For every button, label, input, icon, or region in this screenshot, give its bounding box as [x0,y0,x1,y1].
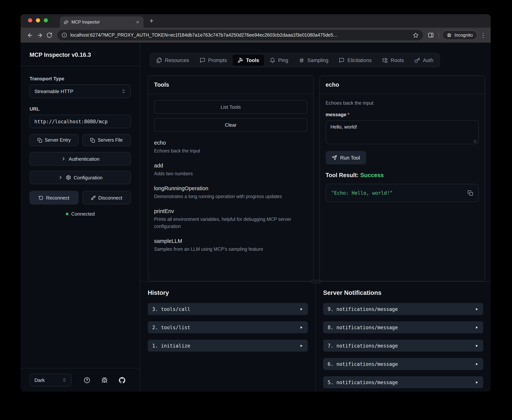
expand-play-icon[interactable] [475,325,479,329]
tab-label: Resources [165,57,189,63]
server-entry-button[interactable]: Server Entry [30,134,78,146]
authentication-toggle[interactable]: Authentication [30,152,131,165]
theme-select[interactable]: Dark [30,374,71,386]
tab-prompts[interactable]: Prompts [195,54,232,66]
bookmark-star-icon[interactable] [413,32,419,38]
history-item[interactable]: 3. tools/call [148,303,308,315]
back-button[interactable] [25,30,35,40]
bell-icon [270,57,275,63]
history-item[interactable]: 1. initialize [148,340,308,352]
sidebar-header: MCP Inspector v0.16.3 [21,43,140,66]
expand-play-icon[interactable] [475,344,479,348]
configuration-toggle[interactable]: Configuration [30,171,131,184]
tools-card-title: Tools [148,76,313,94]
browser-tab[interactable]: MCP Inspector × [60,16,144,28]
footer-icons [78,375,131,385]
reconnect-button[interactable]: Reconnect [30,191,78,204]
resources-icon [156,57,162,63]
authentication-label: Authentication [69,156,100,162]
servers-file-button[interactable]: Servers File [82,134,131,146]
configuration-label: Configuration [74,175,103,180]
param-input-wrap: Hello, world! [326,120,479,146]
reconnect-label: Reconnect [46,195,69,201]
result-text: "Echo: Hello, world!" [331,190,467,196]
sidebar-body: Transport Type Streamable HTTP URL Serve… [21,66,140,368]
tool-item-printenv[interactable]: printEnv Prints all environment variable… [154,208,307,230]
site-info-icon[interactable] [62,32,67,38]
tab-label: Sampling [307,57,329,63]
tab-elicitations[interactable]: Elicitations [334,54,376,66]
tab-title: MCP Inspector [71,20,132,24]
app-title: MCP Inspector v0.16.3 [30,52,131,58]
help-button[interactable] [82,375,92,385]
history-item[interactable]: 2. tools/list [148,321,308,333]
forward-icon [37,32,43,38]
transport-type-label: Transport Type [30,76,131,82]
rotate-ccw-icon [38,195,43,200]
new-tab-button[interactable]: + [147,16,156,26]
chevrons-up-down-icon [62,378,67,382]
expand-play-icon[interactable] [475,380,479,384]
run-tool-button[interactable]: Run Tool [326,151,366,165]
disconnect-button[interactable]: Disconnect [82,191,131,204]
tab-label: Prompts [208,57,227,63]
tool-item-samplellm[interactable]: sampleLLM Samples from an LLM using MCP'… [154,238,307,252]
tab-favicon [64,20,69,24]
reload-button[interactable] [45,30,54,40]
send-icon [332,155,337,160]
tab-close-icon[interactable]: × [135,19,140,25]
notification-item[interactable]: 6. notifications/message [323,358,483,370]
tab-tools[interactable]: Tools [233,54,264,66]
tab-resources[interactable]: Resources [152,54,194,66]
browser-menu-button[interactable]: ⋮ [480,32,486,39]
history-title: History [148,289,308,296]
transport-type-value: Streamable HTTP [34,88,73,94]
resize-handle[interactable] [474,140,477,143]
expand-play-icon[interactable] [299,344,303,348]
run-tool-label: Run Tool [340,155,360,160]
result-status: Success [360,172,384,178]
side-panel-button[interactable] [426,30,436,40]
incognito-badge: Incognito [442,30,477,40]
server-url-input[interactable] [30,115,131,128]
key-icon [414,57,420,63]
notification-item-label: 7. notifications/message [328,343,398,348]
tool-item-longrunningoperation[interactable]: longRunningOperation Demonstrates a long… [154,186,307,200]
expand-play-icon[interactable] [475,307,479,311]
maximize-window-button[interactable] [44,18,48,22]
expand-play-icon[interactable] [299,325,303,329]
pane-resize-handle[interactable] [311,280,320,283]
window-controls [28,14,48,28]
tool-name: longRunningOperation [154,186,307,192]
address-bar[interactable]: localhost:6274/?MCP_PROXY_AUTH_TOKEN=ec1… [57,30,423,40]
list-tools-button[interactable]: List Tools [154,100,307,114]
notification-item[interactable]: 8. notifications/message [323,321,483,333]
expand-play-icon[interactable] [475,362,479,366]
forward-button[interactable] [35,30,45,40]
expand-play-icon[interactable] [299,307,303,311]
url-text[interactable]: localhost:6274/?MCP_PROXY_AUTH_TOKEN=ec1… [70,32,410,38]
tool-name: printEnv [154,208,307,214]
minimize-window-button[interactable] [36,18,40,22]
debug-button[interactable] [100,375,109,385]
clear-tools-button[interactable]: Clear [154,118,307,132]
github-button[interactable] [117,375,127,385]
side-panel-icon [428,32,434,38]
copy-result-button[interactable] [467,190,473,196]
notification-item[interactable]: 5. notifications/message [323,376,483,388]
notification-item[interactable]: 9. notifications/message [323,303,483,315]
app-page: MCP Inspector v0.16.3 Transport Type Str… [21,43,491,392]
tool-item-add[interactable]: add Adds two numbers [154,163,307,177]
transport-type-select[interactable]: Streamable HTTP [30,84,131,98]
tab-sampling[interactable]: Sampling [294,54,333,66]
tab-auth[interactable]: Auth [410,54,438,66]
close-window-button[interactable] [28,18,32,22]
notification-item[interactable]: 7. notifications/message [323,340,483,352]
tool-item-echo[interactable]: echo Echoes back the input [154,140,307,154]
message-input[interactable]: Hello, world! [326,120,479,144]
tab-label: Auth [423,57,434,63]
hash-icon [299,57,305,63]
tab-ping[interactable]: Ping [265,54,293,66]
tab-roots[interactable]: Roots [377,54,409,66]
main-area: Resources Prompts Tools Ping [140,43,491,392]
